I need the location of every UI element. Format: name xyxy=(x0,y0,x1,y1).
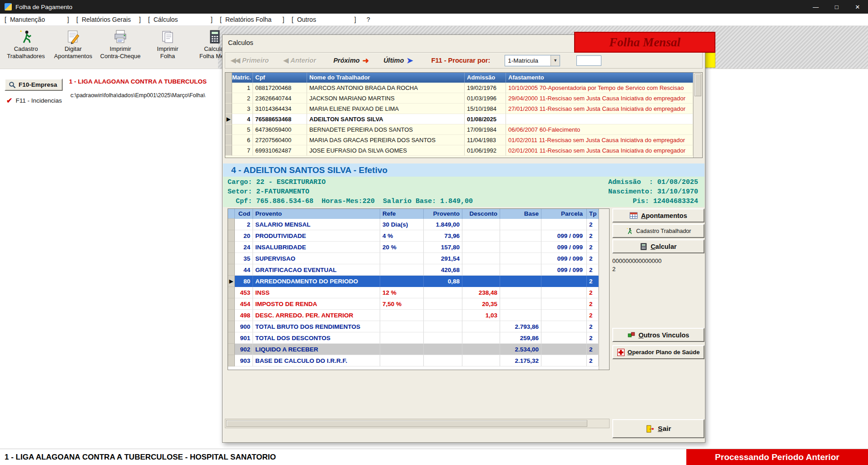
payroll-row[interactable]: ▶ 80 ARREDONDAMENTO DO PERIODO 0,88 2 xyxy=(228,276,599,287)
row-marker-cell: ▶ xyxy=(228,276,235,287)
close-button[interactable]: ✕ xyxy=(847,0,868,14)
payroll-cod-cell: 2 xyxy=(235,219,253,230)
payroll-provento-cell xyxy=(424,298,462,310)
payroll-refe-cell: 30 Dia(s) xyxy=(380,219,424,230)
worker-cpf-cell: 27207560400 xyxy=(253,135,307,145)
minimize-button[interactable]: — xyxy=(805,0,826,14)
search-type-combobox[interactable]: 1-Matricula ▼ xyxy=(505,55,560,66)
nav-item[interactable]: Último ➤ xyxy=(381,56,413,65)
column-header-cpf: Cpf xyxy=(253,73,307,83)
payroll-cod-cell: 24 xyxy=(235,242,253,253)
payroll-row[interactable]: 901 TOTAL DOS DESCONTOS 259,86 2 xyxy=(228,332,599,344)
table-icon xyxy=(630,212,638,220)
workers-grid: Matric. Cpf Nome do Trabalhador Admissão… xyxy=(225,72,703,158)
combobox-value: 1-Matricula xyxy=(508,57,538,64)
toolbar-button-imprimir-folha[interactable]: Imprimir Folha xyxy=(145,27,190,60)
worker-row[interactable]: 2 23626640744 JACKSON MARIANO MARTINS 01… xyxy=(225,93,693,104)
worker-afastamento-cell: 27/01/2003 11-Rescisao sem Justa Causa I… xyxy=(506,104,693,114)
payroll-parcela-cell xyxy=(541,310,587,321)
scrollbar-thumb[interactable] xyxy=(226,420,587,427)
payroll-row[interactable]: 902 LIQUIDO A RECEBER 2.534,00 2 xyxy=(228,344,599,355)
menu-item[interactable]: [ Relatórios Folha ] xyxy=(220,16,284,23)
payroll-row[interactable]: 453 INSS 12 % 238,48 2 xyxy=(228,287,599,298)
menu-item[interactable]: ? xyxy=(363,16,373,23)
worker-row[interactable]: 7 69931062487 JOSE EUFRASIO DA SILVA GOM… xyxy=(225,145,693,156)
f11-incidencias-label[interactable]: ✔ F11 - Incidencias xyxy=(6,96,62,105)
toolbar-button-cadastro-trabalhadores[interactable]: Cadastro Trabalhadores xyxy=(4,27,48,60)
nav-item[interactable]: Próximo ➜ xyxy=(331,56,369,65)
payroll-refe-cell xyxy=(380,310,424,321)
employee-nascimento: Nascimento: 31/10/1970 xyxy=(608,187,698,197)
payroll-parcela-cell xyxy=(541,219,587,230)
payroll-row[interactable]: 903 BASE DE CALCULO DO I.R.R.F. 2.175,32… xyxy=(228,355,599,366)
folha-mensal-banner: Folha Mensal xyxy=(574,32,715,53)
row-marker-cell: ▶ xyxy=(225,114,232,124)
f10-empresa-button[interactable]: F10-Empresa xyxy=(5,79,63,91)
payroll-grid: Cod Provento Refe Provento Desconto Base… xyxy=(228,208,610,370)
data-path-label: c:\padraowin\folha\dados\Emp001\2025\Mar… xyxy=(70,92,221,99)
row-marker-cell xyxy=(228,242,235,253)
calculator-icon xyxy=(207,29,223,45)
worker-row[interactable]: 3 31014364434 MARIA ELIENE PAIXAO DE LIM… xyxy=(225,104,693,114)
employee-info-panel: Cargo: 22 - ESCRITURARIO Admissão : 01/0… xyxy=(223,177,704,207)
nav-item[interactable]: ◀◀ Primeiro xyxy=(231,56,272,64)
payroll-provento-cell xyxy=(424,321,462,332)
worker-row[interactable]: 5 64736059400 BERNADETE PEREIRA DOS SANT… xyxy=(225,124,693,135)
nav-item[interactable]: ◀ Anterior xyxy=(283,56,319,64)
worker-cpf-cell: 31014364434 xyxy=(253,104,307,114)
payroll-row[interactable]: 900 TOTAL BRUTO DOS RENDIMENTOS 2.793,86… xyxy=(228,321,599,332)
outros-vinculos-button[interactable]: Outros Vinculos xyxy=(612,328,704,342)
employee-setor: Setor: 2-FATURAMENTO xyxy=(228,187,309,197)
menu-item-label: Relatórios Gerais xyxy=(82,16,139,23)
worker-row[interactable]: ▶ 4 76588653468 ADEILTON SANTOS SILVA 01… xyxy=(225,114,693,124)
calcular-button[interactable]: Calcular xyxy=(612,239,704,253)
operador-plano-saude-button[interactable]: Operador Plano de Saúde xyxy=(612,345,704,359)
menu-item[interactable]: [ Relatórios Gerais ] xyxy=(76,16,141,23)
payroll-parcela-cell xyxy=(541,321,587,332)
payroll-desc-cell: INSALUBRIDADE xyxy=(253,242,380,253)
payroll-row[interactable]: 24 INSALUBRIDADE 20 % 157,80 099 / 099 2 xyxy=(228,242,599,253)
payroll-row[interactable]: 498 DESC. ARREDO. PER. ANTERIOR 1,03 2 xyxy=(228,310,599,321)
payroll-row[interactable]: 454 IMPOSTO DE RENDA 7,50 % 20,35 2 xyxy=(228,298,599,310)
payroll-base-cell xyxy=(500,219,541,230)
payroll-base-cell xyxy=(500,298,541,310)
window-controls: — □ ✕ xyxy=(805,0,868,14)
nav-arrow-icon: ◀ xyxy=(283,56,288,64)
toolbar-button-imprimir-contra-cheque[interactable]: Imprimir Contra-Cheque xyxy=(98,27,143,60)
horizontal-scrollbar[interactable] xyxy=(225,419,610,428)
sair-button[interactable]: Sair xyxy=(612,419,704,438)
payroll-desc-cell: GRATIFICACAO EVENTUAL xyxy=(253,264,380,276)
worker-row[interactable]: 6 27207560400 MARIA DAS GRACAS PEREIRA D… xyxy=(225,135,693,145)
maximize-button[interactable]: □ xyxy=(826,0,847,14)
worker-row[interactable]: 1 08817200468 MARCOS ANTONIO BRAGA DA RO… xyxy=(225,83,693,93)
menu-item[interactable]: [ Outros ] xyxy=(292,16,356,23)
workers-vertical-scrollbar[interactable] xyxy=(693,73,702,158)
payroll-parcela-cell xyxy=(541,287,587,298)
menu-item[interactable]: [ Manutenção ] xyxy=(5,16,69,23)
payroll-row[interactable]: 44 GRATIFICACAO EVENTUAL 420,68 099 / 09… xyxy=(228,264,599,276)
cadastro-trabalhador-button[interactable]: Cadastro Trabalhador xyxy=(612,224,704,238)
scrollbar-thumb[interactable] xyxy=(694,74,701,96)
apontamentos-button[interactable]: Apontamentos xyxy=(612,208,704,223)
payroll-scroll-strip[interactable] xyxy=(599,209,609,370)
payroll-row[interactable]: 20 PRODUTIVIDADE 4 % 73,96 099 / 099 2 xyxy=(228,230,599,242)
worker-afastamento-cell: 02/01/2001 11-Rescisao sem Justa Causa I… xyxy=(506,145,693,156)
toolbar-button-digitar-apontamentos[interactable]: Digitar Apontamentos xyxy=(51,27,95,60)
row-marker-cell xyxy=(228,310,235,321)
payroll-row[interactable]: 35 SUPERVISAO 291,54 099 / 099 2 xyxy=(228,253,599,264)
payroll-parcela-cell: 099 / 099 xyxy=(541,230,587,242)
menu-item-label: Cálculos xyxy=(154,16,211,23)
worker-nome-cell: ADEILTON SANTOS SILVA xyxy=(307,114,465,124)
payroll-parcela-cell xyxy=(541,332,587,344)
nav-arrow-icon: ➜ xyxy=(362,56,369,65)
column-header-cod: Cod xyxy=(235,209,253,219)
exit-door-icon xyxy=(645,425,654,433)
menu-item[interactable]: [ Cálculos ] xyxy=(148,16,213,23)
health-cross-icon xyxy=(617,349,625,356)
search-input[interactable] xyxy=(576,55,601,66)
payroll-base-cell xyxy=(500,253,541,264)
chevron-down-icon[interactable]: ▼ xyxy=(551,55,560,66)
worker-cpf-cell: 08817200468 xyxy=(253,83,307,93)
payroll-provento-cell: 1.849,00 xyxy=(424,219,462,230)
payroll-row[interactable]: 2 SALARIO MENSAL 30 Dia(s) 1.849,00 2 xyxy=(228,219,599,230)
